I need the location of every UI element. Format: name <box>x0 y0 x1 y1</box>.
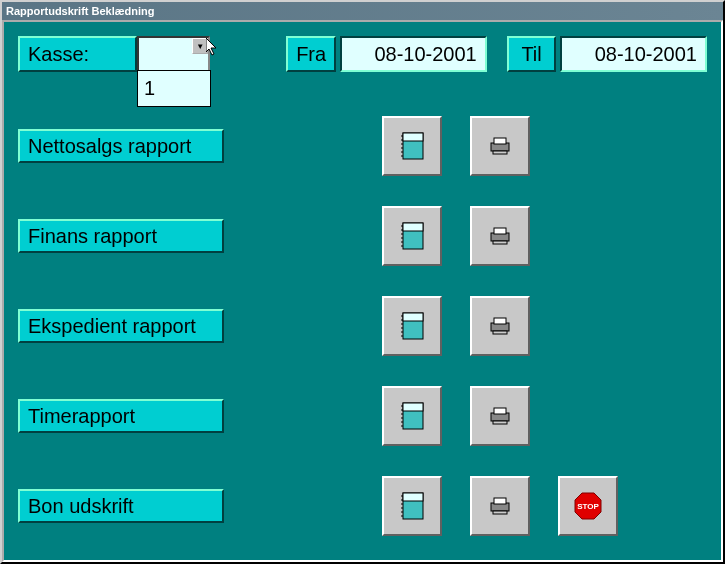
view-button-ekspedient[interactable] <box>382 296 442 356</box>
view-button-time[interactable] <box>382 386 442 446</box>
report-row-finans: Finans rapport <box>18 206 530 266</box>
titlebar: Rapportudskrift Beklædning <box>2 2 723 20</box>
report-label-nettosalgs: Nettosalgs rapport <box>18 129 224 163</box>
svg-rect-42 <box>494 408 506 414</box>
notebook-icon <box>399 311 425 341</box>
svg-rect-45 <box>403 493 423 501</box>
printer-icon <box>489 227 511 245</box>
svg-rect-9 <box>494 138 506 144</box>
notebook-icon <box>399 491 425 521</box>
print-button-finans[interactable] <box>470 206 530 266</box>
window-title: Rapportudskrift Beklædning <box>6 5 155 17</box>
svg-rect-12 <box>403 223 423 231</box>
content-area: Kasse: ▼ 1 Fra 08-10-2001 Til 08-10-2001… <box>2 20 723 562</box>
svg-rect-53 <box>494 498 506 504</box>
fra-label: Fra <box>286 36 336 72</box>
svg-rect-54 <box>493 511 507 514</box>
svg-rect-43 <box>493 421 507 424</box>
dropdown-list[interactable]: 1 <box>137 70 211 107</box>
report-label-time: Timerapport <box>18 399 224 433</box>
notebook-icon <box>399 131 425 161</box>
svg-text:STOP: STOP <box>577 502 599 511</box>
svg-rect-31 <box>494 318 506 324</box>
printer-icon <box>489 317 511 335</box>
report-label-bon: Bon udskrift <box>18 489 224 523</box>
report-row-time: Timerapport <box>18 386 530 446</box>
notebook-icon <box>399 401 425 431</box>
fra-date-field[interactable]: 08-10-2001 <box>340 36 487 72</box>
report-row-ekspedient: Ekspedient rapport <box>18 296 530 356</box>
report-row-bon: Bon udskrift STOP <box>18 476 618 536</box>
print-button-ekspedient[interactable] <box>470 296 530 356</box>
filter-row: Kasse: ▼ 1 Fra 08-10-2001 Til 08-10-2001 <box>18 36 707 72</box>
view-button-bon[interactable] <box>382 476 442 536</box>
printer-icon <box>489 407 511 425</box>
report-label-finans: Finans rapport <box>18 219 224 253</box>
notebook-icon <box>399 221 425 251</box>
svg-rect-23 <box>403 313 423 321</box>
chevron-down-icon: ▼ <box>196 42 204 51</box>
printer-icon <box>489 137 511 155</box>
svg-rect-21 <box>493 241 507 244</box>
stop-button[interactable]: STOP <box>558 476 618 536</box>
stop-icon: STOP <box>573 491 603 521</box>
til-date-field[interactable]: 08-10-2001 <box>560 36 707 72</box>
til-label: Til <box>507 36 557 72</box>
print-button-time[interactable] <box>470 386 530 446</box>
svg-rect-32 <box>493 331 507 334</box>
svg-rect-10 <box>493 151 507 154</box>
report-row-nettosalgs: Nettosalgs rapport <box>18 116 530 176</box>
svg-rect-34 <box>403 403 423 411</box>
dropdown-option-1[interactable]: 1 <box>144 77 204 100</box>
report-label-ekspedient: Ekspedient rapport <box>18 309 224 343</box>
print-button-bon[interactable] <box>470 476 530 536</box>
view-button-nettosalgs[interactable] <box>382 116 442 176</box>
kasse-dropdown[interactable]: ▼ 1 <box>137 36 210 72</box>
dropdown-button[interactable]: ▼ <box>192 38 208 54</box>
print-button-nettosalgs[interactable] <box>470 116 530 176</box>
svg-rect-1 <box>403 133 423 141</box>
report-window: Rapportudskrift Beklædning Kasse: ▼ 1 Fr… <box>0 0 725 564</box>
kasse-label: Kasse: <box>18 36 137 72</box>
svg-rect-20 <box>494 228 506 234</box>
view-button-finans[interactable] <box>382 206 442 266</box>
printer-icon <box>489 497 511 515</box>
